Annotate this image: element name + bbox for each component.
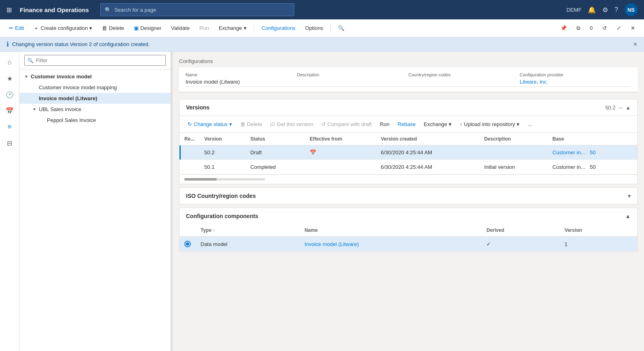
filter-search-icon: 🔍 bbox=[27, 58, 34, 63]
compare-with-draft-button[interactable]: ↺ Compare with draft bbox=[318, 119, 375, 129]
components-collapse-icon: ▲ bbox=[625, 213, 631, 219]
comp-name-link[interactable]: Invoice model (Litware) bbox=[304, 241, 359, 247]
plus-icon: ＋ bbox=[34, 25, 39, 32]
versions-section-header[interactable]: Versions 50.2 -- ▲ bbox=[179, 99, 637, 116]
versions-dash: -- bbox=[619, 105, 622, 111]
close-window-icon[interactable]: ✕ bbox=[627, 23, 639, 34]
tree-item-ubl-sales[interactable]: ▼ UBL Sales invoice bbox=[19, 104, 171, 115]
home-icon[interactable]: ⌂ bbox=[2, 55, 17, 69]
tree-item-peppol[interactable]: Peppol Sales Invoice bbox=[19, 115, 171, 126]
settings-icon[interactable]: ⚙ bbox=[602, 6, 608, 14]
blue-bar-indicator bbox=[179, 145, 181, 160]
upload-into-repository-button[interactable]: ↑ Upload into repository ▾ bbox=[456, 119, 523, 129]
side-icons: ⌂ ★ 🕐 📅 ≡ ⊟ bbox=[0, 52, 19, 351]
search-box[interactable]: 🔍 Search for a page bbox=[100, 3, 294, 16]
waffle-icon[interactable]: ⊞ bbox=[6, 6, 12, 14]
tree-item-customer-invoice-model[interactable]: ▼ Customer invoice model bbox=[19, 71, 171, 82]
change-status-chevron: ▾ bbox=[229, 121, 232, 127]
description-label: Description bbox=[297, 72, 409, 77]
tree-item-invoice-model[interactable]: Invoice model (Litware) bbox=[19, 93, 171, 104]
list-icon[interactable]: ≡ bbox=[2, 120, 17, 134]
versions-delete-button[interactable]: 🗑 Delete bbox=[237, 119, 266, 129]
get-this-version-button[interactable]: ☑ Get this version bbox=[267, 119, 316, 129]
change-status-button[interactable]: ↻ Change status ▾ bbox=[184, 119, 235, 129]
edit-icon: ✏ bbox=[9, 25, 13, 31]
row-indicator-cell2 bbox=[179, 160, 199, 174]
upload-icon: ↑ bbox=[460, 121, 462, 127]
versions-collapse-icon: ▲ bbox=[625, 105, 631, 111]
create-configuration-button[interactable]: ＋ Create configuration ▾ bbox=[30, 22, 96, 34]
validate-button[interactable]: Validate bbox=[167, 23, 194, 34]
options-button[interactable]: Options bbox=[301, 23, 327, 34]
name-label: Name bbox=[186, 72, 297, 77]
table-row[interactable]: Data model Invoice model (Litware) ✓ 1 bbox=[179, 237, 637, 252]
avatar[interactable]: NS bbox=[625, 3, 638, 16]
designer-icon: ▣ bbox=[134, 25, 139, 31]
description-cell bbox=[479, 145, 548, 160]
badge-icon[interactable]: 0 bbox=[586, 23, 597, 34]
tree-item-label: Customer invoice model bbox=[31, 74, 92, 80]
expand-icon[interactable]: ⤢ bbox=[612, 23, 625, 34]
comp-name-header: Name bbox=[300, 224, 481, 237]
table-row[interactable]: 50.2 Draft 📅 6/30/2020 4:25:44 AM Custom… bbox=[179, 145, 637, 160]
tree-item-label: Customer invoice model mapping bbox=[39, 84, 117, 90]
tree-item-model-mapping[interactable]: Customer invoice model mapping bbox=[19, 82, 171, 93]
search-icon: 🔍 bbox=[105, 7, 111, 13]
cmd-search-icon: 🔍 bbox=[338, 25, 344, 31]
compare-icon: ↺ bbox=[321, 121, 326, 127]
pin-icon[interactable]: 📌 bbox=[556, 23, 571, 34]
tree-filter-input[interactable] bbox=[24, 55, 166, 66]
horizontal-scrollbar[interactable] bbox=[179, 174, 637, 184]
info-close-button[interactable]: ✕ bbox=[633, 41, 638, 47]
change-status-icon: ↻ bbox=[188, 121, 192, 127]
components-section-header[interactable]: Configuration components ▲ bbox=[179, 208, 637, 224]
name-value: Invoice model (Litware) bbox=[186, 79, 297, 87]
type-sort-icon[interactable]: ↑ bbox=[213, 228, 215, 233]
calendar-cell-icon: 📅 bbox=[310, 149, 316, 156]
comp-version-header: Version bbox=[560, 224, 637, 237]
config-meta: Name Invoice model (Litware) Description… bbox=[179, 67, 638, 92]
versions-delete-icon: 🗑 bbox=[240, 121, 245, 127]
status-cell2: Completed bbox=[245, 160, 305, 174]
iso-section-header[interactable]: ISO Country/region codes ▾ bbox=[179, 188, 637, 204]
config-provider-field: Configuration provider Litware, Inc. bbox=[520, 72, 631, 87]
versions-run-button[interactable]: Run bbox=[377, 119, 393, 129]
base-num: 50 bbox=[590, 149, 595, 156]
table-row[interactable]: 50.1 Completed 6/30/2020 4:25:44 AM Init… bbox=[179, 160, 637, 174]
notification-icon[interactable]: 🔔 bbox=[588, 6, 596, 14]
provider-value[interactable]: Litware, Inc. bbox=[520, 79, 631, 87]
info-message: Changing version status Version 2 of con… bbox=[12, 41, 150, 47]
cmd-search-button[interactable]: 🔍 bbox=[334, 23, 348, 34]
exchange-button[interactable]: Exchange ▾ bbox=[215, 23, 251, 34]
run-button[interactable]: Run bbox=[195, 23, 213, 34]
edit-button[interactable]: ✏ Edit bbox=[5, 23, 28, 34]
versions-exchange-button[interactable]: Exchange ▾ bbox=[420, 119, 455, 129]
rebase-button[interactable]: Rebase bbox=[394, 119, 419, 129]
content-area: Configurations Name Invoice model (Litwa… bbox=[173, 52, 644, 351]
components-section: Configuration components ▲ Type ↑ Name D… bbox=[179, 208, 638, 252]
search-placeholder: Search for a page bbox=[114, 7, 156, 13]
version-created-cell2: 6/30/2020 4:25:44 AM bbox=[376, 160, 479, 174]
cmd-right-icons: 📌 ⧉ 0 ↺ ⤢ ✕ bbox=[556, 23, 639, 34]
more-options-button[interactable]: ... bbox=[524, 119, 535, 129]
radio-button[interactable] bbox=[184, 241, 191, 247]
configurations-button[interactable]: Configurations bbox=[258, 23, 300, 34]
help-icon[interactable]: ? bbox=[614, 6, 618, 13]
calendar-icon[interactable]: 📅 bbox=[2, 103, 17, 118]
clock-icon[interactable]: 🕐 bbox=[2, 87, 17, 102]
exchange-btn-chevron: ▾ bbox=[449, 121, 452, 127]
base-cell: Customer in... 50 bbox=[547, 145, 637, 160]
refresh-icon[interactable]: ↺ bbox=[598, 23, 611, 34]
command-bar: ✏ Edit ＋ Create configuration ▾ 🗑 Delete… bbox=[0, 19, 644, 37]
filter-icon[interactable]: ⊟ bbox=[2, 136, 17, 150]
designer-button[interactable]: ▣ Designer bbox=[130, 23, 165, 34]
delete-button[interactable]: 🗑 Delete bbox=[98, 23, 128, 34]
iso-section: ISO Country/region codes ▾ bbox=[179, 187, 638, 204]
apps-icon[interactable]: ⧉ bbox=[572, 23, 584, 34]
star-icon[interactable]: ★ bbox=[2, 71, 17, 86]
comp-derived-cell: ✓ bbox=[481, 237, 560, 252]
info-bar: ℹ Changing version status Version 2 of c… bbox=[0, 37, 644, 52]
base-link[interactable]: Customer in... bbox=[552, 149, 585, 156]
country-value bbox=[408, 79, 520, 87]
effective-from-cell: 📅 bbox=[305, 145, 376, 160]
